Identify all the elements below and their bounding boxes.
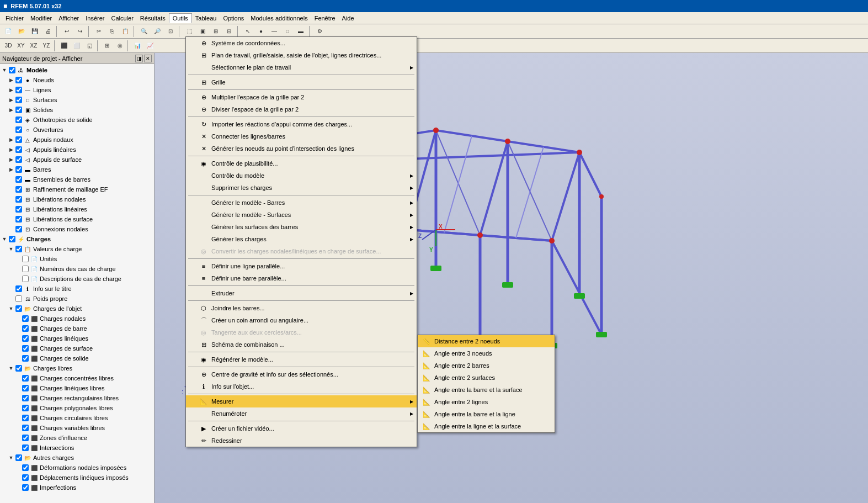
tree-item-23[interactable]: ⚖Poids propre: [1, 294, 153, 304]
menu-convert-charges[interactable]: ◎ Convertir les charges nodales/linéique…: [186, 245, 417, 257]
submenu-angle-2barres[interactable]: 📐 Angle entre 2 barres: [418, 359, 555, 372]
menu-renumeroter[interactable]: Renuméroter ▶: [186, 407, 417, 420]
tree-checkbox-29[interactable]: [22, 355, 29, 362]
tree-item-20[interactable]: 📄Numéros des cas de charge: [1, 264, 153, 274]
menu-resultats[interactable]: Résultats: [137, 14, 169, 23]
toolbar-copy[interactable]: ⎘: [106, 25, 118, 38]
tree-item-30[interactable]: ▼📂Charges libres: [1, 363, 153, 373]
tree-toggle-36[interactable]: [14, 425, 21, 431]
tree-toggle-25[interactable]: [14, 315, 21, 322]
menu-redessiner[interactable]: ✏ Redessiner: [186, 435, 417, 447]
tree-checkbox-37[interactable]: [22, 435, 29, 441]
tree-item-9[interactable]: ▶◁Appuis de surface: [1, 155, 153, 165]
tree-item-32[interactable]: ⬛Charges linéiques libres: [1, 383, 153, 393]
tree-toggle-41[interactable]: [14, 474, 21, 481]
tree-item-27[interactable]: ⬛Charges linéiques: [1, 333, 153, 343]
tree-checkbox-28[interactable]: [22, 345, 29, 352]
tree-toggle-5[interactable]: [8, 117, 14, 123]
menu-ctrl-plaus[interactable]: ◉ Contrôle de plausibilité...: [186, 157, 417, 170]
tree-toggle-6[interactable]: [8, 126, 14, 133]
toolbar-new[interactable]: 📄: [2, 25, 14, 38]
menu-joindre-barres[interactable]: ⬡ Joindre les barres...: [186, 302, 417, 314]
toolbar-result1[interactable]: 📊: [131, 40, 143, 52]
tree-toggle-23[interactable]: [8, 295, 14, 302]
tree-item-0[interactable]: ▼🖧Modèle: [1, 65, 153, 75]
tree-checkbox-42[interactable]: [22, 484, 29, 491]
tree-checkbox-40[interactable]: [22, 464, 29, 471]
tree-toggle-4[interactable]: ▶: [8, 107, 14, 113]
tree-item-21[interactable]: 📄Descriptions de cas de charge: [1, 274, 153, 284]
tree-checkbox-16[interactable]: [15, 226, 22, 232]
toolbar-bar[interactable]: ▬: [295, 25, 307, 38]
submenu-angle-barre-surface[interactable]: 📐 Angle entre la barre et la surface: [418, 384, 555, 396]
submenu-angle-ligne-surface[interactable]: 📐 Angle entre la ligne et la surface: [418, 420, 555, 432]
tree-toggle-12[interactable]: [8, 186, 14, 193]
tree-item-41[interactable]: ⬛Déplacements linéiques imposés: [1, 473, 153, 483]
tree-item-3[interactable]: ▶□Surfaces: [1, 95, 153, 105]
toolbar-result2[interactable]: 📈: [144, 40, 156, 52]
tree-item-10[interactable]: ▶▬Barres: [1, 165, 153, 174]
tree-item-16[interactable]: ⊡Connexions nodales: [1, 224, 153, 234]
tree-item-39[interactable]: ▼📂Autres charges: [1, 453, 153, 463]
tree-toggle-42[interactable]: [14, 484, 21, 491]
navigator-close-btn[interactable]: ✕: [144, 55, 152, 62]
tree-item-24[interactable]: ▼📂Charges de l'objet: [1, 304, 153, 314]
menu-sel-plan[interactable]: Sélectionner le plan de travail ▶: [186, 61, 417, 73]
menu-tangente[interactable]: ◎ Tangente aux deux cercles/arcs...: [186, 326, 417, 338]
tree-item-36[interactable]: ⬛Charges variables libres: [1, 423, 153, 433]
tree-checkbox-27[interactable]: [22, 335, 29, 342]
menu-modifier[interactable]: Modifier: [27, 14, 55, 23]
tree-checkbox-19[interactable]: [22, 256, 29, 262]
tree-checkbox-39[interactable]: [15, 454, 22, 461]
tree-toggle-9[interactable]: ▶: [8, 156, 14, 163]
menu-regen-modele[interactable]: ◉ Régénérer le modèle...: [186, 353, 417, 366]
tree-item-38[interactable]: ⬛Intersections: [1, 443, 153, 453]
tree-toggle-30[interactable]: ▼: [8, 365, 14, 372]
tree-toggle-22[interactable]: [8, 285, 14, 292]
tree-toggle-24[interactable]: ▼: [8, 305, 14, 312]
tree-toggle-2[interactable]: ▶: [8, 87, 14, 93]
tree-item-2[interactable]: ▶—Lignes: [1, 85, 153, 95]
toolbar-cut[interactable]: ✂: [93, 25, 105, 38]
menu-options[interactable]: Options: [220, 14, 247, 23]
tree-checkbox-0[interactable]: [9, 67, 15, 73]
menu-sys-coord[interactable]: ⊕ Système de coordonnées...: [186, 37, 417, 49]
tree-toggle-34[interactable]: [14, 405, 21, 411]
tree-toggle-32[interactable]: [14, 385, 21, 391]
submenu-angle-3noeuds[interactable]: 📐 Angle entre 3 noeuds: [418, 347, 555, 359]
tree-checkbox-35[interactable]: [22, 415, 29, 421]
tree-checkbox-12[interactable]: [15, 186, 22, 193]
tree-checkbox-10[interactable]: [15, 166, 22, 173]
menu-afficher[interactable]: Afficher: [55, 14, 82, 23]
tree-checkbox-14[interactable]: [15, 206, 22, 213]
toolbar-view4[interactable]: ⊟: [223, 25, 235, 38]
tree-item-6[interactable]: ○Ouvertures: [1, 125, 153, 135]
tree-toggle-11[interactable]: [8, 176, 14, 183]
tree-toggle-8[interactable]: ▶: [8, 146, 14, 153]
tree-checkbox-31[interactable]: [22, 375, 29, 382]
tree-checkbox-34[interactable]: [22, 405, 29, 411]
tree-checkbox-21[interactable]: [22, 276, 29, 282]
tree-toggle-27[interactable]: [14, 335, 21, 342]
menu-coin-arrondi[interactable]: ⌒ Créer un coin arrondi ou angulaire...: [186, 314, 417, 326]
tree-checkbox-30[interactable]: [15, 365, 22, 372]
toolbar-yz[interactable]: YZ: [40, 40, 52, 52]
tree-toggle-26[interactable]: [14, 325, 21, 332]
tree-item-11[interactable]: ▬Ensembles de barres: [1, 174, 153, 184]
tree-toggle-29[interactable]: [14, 355, 21, 362]
tree-toggle-40[interactable]: [14, 464, 21, 471]
menu-gen-surfaces[interactable]: Générer le modèle - Surfaces ▶: [186, 209, 417, 221]
tree-checkbox-23[interactable]: [15, 295, 22, 302]
tree-checkbox-17[interactable]: [9, 236, 15, 242]
toolbar-line[interactable]: —: [268, 25, 280, 38]
tree-checkbox-25[interactable]: [22, 315, 29, 322]
tree-toggle-14[interactable]: [8, 206, 14, 213]
menu-gen-surf-barres[interactable]: Générer les surfaces des barres ▶: [186, 221, 417, 233]
tree-toggle-7[interactable]: ▶: [8, 136, 14, 143]
menu-fichier[interactable]: Fichier: [2, 14, 27, 23]
submenu-dist-2noeuds[interactable]: 📏 Distance entre 2 noeuds: [418, 335, 555, 347]
tree-checkbox-36[interactable]: [22, 425, 29, 431]
tree-checkbox-15[interactable]: [15, 216, 22, 223]
tree-item-18[interactable]: ▼📋Valeurs de charge: [1, 244, 153, 254]
tree-item-34[interactable]: ⬛Charges polygonales libres: [1, 403, 153, 413]
